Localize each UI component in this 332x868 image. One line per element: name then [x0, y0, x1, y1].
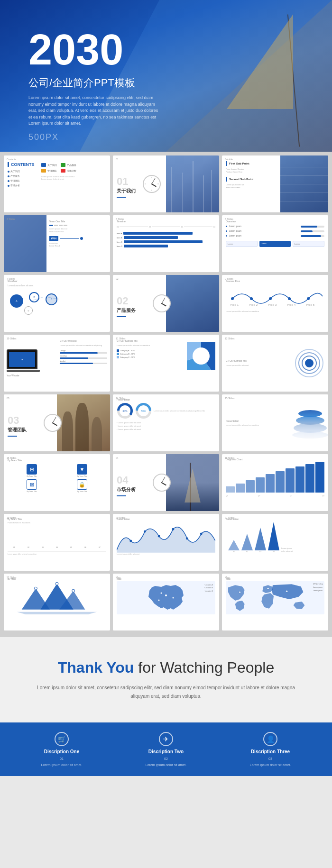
- slide-label-12: 12 Slides: [225, 337, 235, 340]
- svg-point-43: [286, 590, 288, 592]
- slide-label-23: Map: [116, 576, 120, 579]
- svg-point-26: [158, 535, 160, 538]
- thankyou-section: Thank You for Watching People Lorem ipsu…: [0, 637, 332, 722]
- slide-label-20: 20 Slides: [116, 516, 126, 519]
- contents-items: 关于我们 产品服务 管理团队 市场分析: [8, 169, 38, 188]
- slides-container: Contents CONTENTS 关于我们 产品服务 管理团队 市场分析 关于…: [0, 152, 332, 637]
- slide-22[interactable]: 22 Slides By Map: [4, 574, 110, 630]
- slide-section-03[interactable]: 03 03 管理团队: [4, 394, 110, 451]
- slide-07[interactable]: 7 Slides Workflow Lorem ipsum dolor sit …: [4, 275, 110, 332]
- slide-21[interactable]: 21 Slides Presentation 01 02 03: [222, 514, 328, 571]
- svg-point-36: [72, 589, 75, 592]
- slide-03[interactable]: Subtitle First Sub Point Price: Legacy D…: [222, 155, 328, 212]
- slide-section-04[interactable]: 04 04 市场分析: [113, 454, 219, 511]
- svg-text:Type 1: Type 1: [230, 303, 239, 306]
- hero-subtitle: 公司/企业简介PPT模板: [28, 76, 135, 90]
- slide-24[interactable]: Map Map: [222, 574, 328, 630]
- slides-row-8: 22 Slides By Map: [4, 574, 328, 630]
- slides-row-2: 4 Slides Team One Title Lorem ipsum dolo…: [4, 215, 328, 272]
- footer-title-2: Discription Two: [148, 749, 184, 754]
- slide-label-10: 10 Slides: [7, 337, 17, 340]
- svg-point-34: [34, 587, 37, 590]
- svg-text:60%: 60%: [122, 410, 128, 412]
- svg-point-38: [161, 593, 162, 594]
- slide-10[interactable]: 10 Slides ● Your Website CT Our Website …: [4, 335, 110, 392]
- footer-desc-3: Lorem ipsum dolor sit amet.: [250, 763, 291, 767]
- svg-text:50%: 50%: [141, 410, 146, 412]
- svg-point-2: [231, 297, 234, 300]
- svg-point-37: [165, 594, 167, 596]
- footer-icon-3: 👤: [263, 732, 277, 746]
- slide-12[interactable]: 12 Slides CT Our Sample Mix Lorem ipsum …: [222, 335, 328, 392]
- hero-year: 2030: [28, 28, 123, 71]
- slides-row-3: 7 Slides Workflow Lorem ipsum dolor sit …: [4, 275, 328, 332]
- slide-15[interactable]: 15 Slides Presentation Lorem ipsum dolor…: [222, 394, 328, 451]
- hero-description: Lorem ipsum dolor sit amet, consectetur …: [28, 95, 161, 127]
- hero-slide: 2030 公司/企业简介PPT模板 Lorem ipsum dolor sit …: [0, 0, 332, 152]
- svg-point-6: [307, 297, 310, 300]
- svg-line-0: [30, 297, 43, 301]
- slide-section-02[interactable]: 02 02 产品服务: [113, 275, 219, 332]
- footer-section: 🛒 Discription One 01 Lorem ipsum dolor s…: [0, 722, 332, 776]
- svg-point-24: [129, 539, 132, 542]
- footer-icon-2: ✈: [159, 732, 173, 746]
- slide-09[interactable]: 9 Slides Process Flow Type 1 Type 2 Type…: [222, 275, 328, 332]
- thankyou-title: Thank You for Watching People: [58, 659, 274, 676]
- footer-num-1: 01: [60, 757, 64, 760]
- slides-row-6: 16 Slides By Team Title ⊞ By Team Title …: [4, 454, 328, 511]
- slide03-title: First Sub Point: [229, 162, 249, 165]
- slide-16[interactable]: 16 Slides By Team Title ⊞ By Team Title …: [4, 454, 110, 511]
- thankyou-bold: Thank You: [58, 659, 134, 676]
- slide-06[interactable]: 6 Slides Overview Lorem ipsum Lorem ipsu…: [222, 215, 328, 272]
- slide-label-15: 15 Slides: [225, 397, 235, 400]
- slide-18[interactable]: 18 Slides Diagram / Chart Q1: [222, 454, 328, 511]
- slide-label-07: 7 Slides: [7, 277, 15, 280]
- svg-point-42: [267, 587, 269, 589]
- slides-row-7: 19 Slides By Team Title Public Relations…: [4, 514, 328, 571]
- slide-label-04: 4 Slides: [7, 218, 15, 220]
- footer-num-3: 03: [268, 757, 272, 760]
- slide-label-24: Map: [225, 576, 230, 579]
- slide-label: Contents: [7, 158, 16, 161]
- svg-point-41: [239, 591, 241, 593]
- slide-19[interactable]: 19 Slides By Team Title Public Relations…: [4, 514, 110, 571]
- svg-line-1: [48, 297, 59, 299]
- footer-num-2: 02: [164, 757, 168, 760]
- slide-label-22: 22 Slides: [7, 576, 17, 579]
- slide-14[interactable]: 14 Slides Presentation 60%: [113, 394, 219, 451]
- slide-04[interactable]: 4 Slides Team One Title Lorem ipsum dolo…: [4, 215, 110, 272]
- slide-05[interactable]: 5 Slides Timeline 01 02 03 04 Item A: [113, 215, 219, 272]
- slide-label-18: 18 Slides: [225, 457, 235, 459]
- svg-text:Type 3: Type 3: [268, 303, 277, 306]
- footer-item-1: 🛒 Discription One 01 Lorem ipsum dolor s…: [19, 732, 104, 767]
- svg-text:Type 2: Type 2: [249, 303, 258, 306]
- thankyou-description: Lorem ipsum dolor sit amet, consetetur s…: [28, 684, 304, 701]
- slide-label-s03: 03: [7, 397, 9, 400]
- svg-point-39: [173, 597, 174, 599]
- slides-row-1: Contents CONTENTS 关于我们 产品服务 管理团队 市场分析 关于…: [4, 155, 328, 212]
- slide-23[interactable]: Map Map • Location A: [113, 574, 219, 630]
- svg-text:Type 5: Type 5: [306, 303, 315, 306]
- svg-point-27: [172, 528, 174, 530]
- slides-row-4: 10 Slides ● Your Website CT Our Website …: [4, 335, 328, 392]
- footer-item-3: 👤 Discription Three 03 Lorem ipsum dolor…: [228, 732, 313, 767]
- slide-label-11: 11 Slides: [116, 337, 126, 340]
- slide-label-19: 19 Slides: [7, 516, 17, 519]
- slide-label-09: 9 Slides: [225, 277, 233, 280]
- slide-11[interactable]: 11 Slides CT Our Sample Mix Lorem ipsum …: [113, 335, 219, 392]
- slides-row-5: 03 03 管理团队: [4, 394, 328, 451]
- slide-label-14: 14 Slides: [116, 397, 126, 400]
- svg-point-28: [186, 538, 188, 540]
- svg-point-4: [269, 297, 272, 300]
- svg-marker-33: [17, 612, 97, 614]
- footer-desc-2: Lorem ipsum dolor sit amet.: [146, 763, 186, 767]
- slide-label-06: 6 Slides: [225, 218, 233, 220]
- slide-label-05: 5 Slides: [116, 218, 124, 220]
- svg-point-29: [200, 533, 203, 535]
- svg-point-40: [158, 600, 160, 601]
- slide-20[interactable]: 20 Slides Presentation: [113, 514, 219, 571]
- slide-contents[interactable]: Contents CONTENTS 关于我们 产品服务 管理团队 市场分析 关于…: [4, 155, 110, 212]
- svg-point-3: [250, 297, 253, 300]
- svg-point-25: [144, 530, 146, 533]
- slide-section-01[interactable]: 01 01 关于我们: [113, 155, 219, 212]
